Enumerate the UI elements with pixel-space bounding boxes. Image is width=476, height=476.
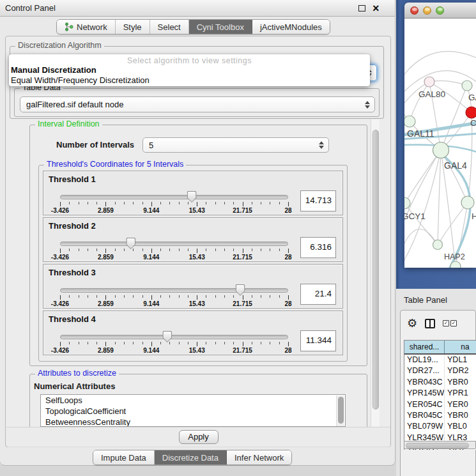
slider-handle-face — [188, 192, 196, 202]
checkbox-filter-icons[interactable]: ✓ ✓ — [443, 320, 457, 326]
tick-mark — [79, 342, 79, 344]
network-view-window: GAL80GACGAL11GAL4GCY1HHAP2 — [404, 3, 476, 268]
attribute-list-item[interactable]: BetweennessCentrality — [41, 417, 345, 427]
slider-tick-labels: -3.4262.8599.14415.4321.71528 — [60, 207, 288, 215]
table-cell: YPR1 — [445, 388, 476, 399]
threshold-value-field[interactable]: 11.344 — [300, 330, 336, 351]
tick-mark — [215, 342, 216, 344]
tab-network[interactable]: Network — [57, 20, 116, 34]
tick-label: 2.859 — [98, 207, 114, 214]
slider-ticks — [60, 295, 288, 300]
table-row[interactable]: YDR27...YDR2 — [404, 365, 476, 376]
attributes-scrollbar-thumb[interactable] — [338, 397, 344, 424]
table-cell: YDR2 — [445, 365, 476, 376]
threshold-slider-track[interactable] — [60, 242, 288, 246]
float-window-icon[interactable] — [358, 5, 365, 12]
network-canvas[interactable]: GAL80GACGAL11GAL4GCY1HHAP2 — [404, 19, 476, 268]
network-node[interactable] — [404, 116, 415, 127]
attribute-list-item[interactable]: SelfLoops — [41, 395, 345, 406]
settings-vertical-scrollbar[interactable] — [371, 119, 380, 427]
network-node[interactable] — [404, 197, 410, 209]
table-row[interactable]: YBL079WYBL0 — [404, 421, 476, 432]
threshold-value-field[interactable]: 14.713 — [300, 190, 336, 211]
threshold-slider-track[interactable] — [60, 288, 288, 293]
threshold-panel: Threshold 3-3.4262.8599.14415.4321.71528… — [43, 264, 343, 309]
minimize-traffic-light[interactable] — [423, 6, 431, 15]
tick-label: 9.144 — [143, 207, 159, 214]
network-node[interactable] — [433, 240, 443, 250]
tab-cyni-toolbox[interactable]: Cyni Toolbox — [189, 20, 252, 34]
threshold-slider-handle[interactable] — [236, 284, 245, 296]
tick-label: 15.43 — [189, 347, 205, 354]
table-row[interactable]: YPR145WYPR1 — [404, 388, 476, 399]
table-row[interactable]: YBR043CYBR0 — [404, 377, 476, 388]
network-node[interactable] — [462, 81, 472, 91]
attributes-list-scrollbar[interactable] — [336, 395, 344, 427]
tab-infer-network[interactable]: Infer Network — [227, 450, 291, 464]
table-data-combobox[interactable]: galFiltered.sif default node — [20, 96, 375, 112]
network-edge[interactable] — [438, 150, 441, 245]
table-horizontal-scrollbar[interactable] — [404, 441, 476, 449]
number-of-intervals-value: 5 — [149, 141, 153, 150]
table-row[interactable]: YER054CYER0 — [404, 399, 476, 410]
network-node[interactable] — [461, 196, 474, 209]
settings-scrollbar-thumb[interactable] — [372, 130, 379, 410]
network-node-label: H — [472, 211, 476, 221]
table-cell: YBL079W — [404, 421, 445, 432]
tick-label: 9.144 — [143, 347, 159, 354]
network-node[interactable] — [433, 142, 449, 158]
tick-mark — [188, 249, 188, 251]
zoom-traffic-light[interactable] — [436, 6, 444, 15]
tick-mark — [124, 295, 125, 298]
tick-mark — [88, 295, 88, 298]
split-columns-icon[interactable] — [425, 319, 435, 328]
threshold-slider-track[interactable] — [60, 335, 288, 339]
threshold-value-field[interactable]: 21.4 — [300, 284, 336, 305]
threshold-panel: Threshold 1-3.4262.8599.14415.4321.71528… — [43, 171, 343, 215]
threshold-panel: Threshold 4-3.4262.8599.14415.4321.71528… — [43, 311, 343, 355]
slider-handle-face — [127, 238, 135, 249]
table-cell: YBR0 — [445, 377, 476, 388]
network-window-titlebar — [404, 3, 476, 19]
threshold-slider-track[interactable] — [60, 195, 288, 199]
popup-item-manual-discretization[interactable]: Manual Discretization — [11, 65, 96, 75]
attribute-list-item[interactable]: TopologicalCoefficient — [41, 406, 345, 417]
tick-mark — [288, 249, 289, 253]
threshold-slider-handle[interactable] — [126, 238, 135, 249]
tick-mark — [215, 295, 216, 298]
table-hscrollbar-thumb[interactable] — [406, 443, 469, 449]
tick-mark — [142, 202, 143, 204]
network-node[interactable] — [450, 261, 461, 268]
tab-select[interactable]: Select — [150, 20, 189, 34]
number-of-intervals-combobox[interactable]: 5 — [142, 137, 329, 153]
network-edge[interactable] — [404, 229, 438, 252]
gear-icon[interactable]: ⚙ — [407, 318, 417, 329]
traffic-light-shine — [438, 8, 443, 11]
network-edge[interactable] — [404, 153, 440, 266]
column-header-na[interactable]: na — [445, 341, 476, 353]
network-node[interactable] — [424, 77, 434, 87]
table-row[interactable]: YBR045CYBR0 — [404, 410, 476, 421]
threshold-slider-handle[interactable] — [162, 331, 172, 342]
close-icon[interactable]: × — [372, 1, 380, 16]
tab-discretize-data[interactable]: Discretize Data — [155, 450, 227, 464]
tick-mark — [206, 295, 206, 298]
tab-impute-data[interactable]: Impute Data — [93, 450, 155, 464]
network-node[interactable] — [466, 107, 476, 118]
threshold-slider-handle[interactable] — [187, 191, 197, 203]
numerical-attributes-list[interactable]: SelfLoopsTopologicalCoefficientBetweenne… — [40, 394, 346, 427]
popup-item-equal-width-frequency[interactable]: Equal Width/Frequency Discretization — [11, 75, 150, 85]
tick-mark — [188, 342, 188, 344]
apply-button[interactable]: Apply — [179, 430, 219, 444]
tick-mark — [224, 342, 225, 344]
tick-mark — [142, 295, 143, 298]
tab-style[interactable]: Style — [116, 20, 150, 34]
slider-ticks — [60, 202, 288, 206]
tab-jactivemnodules[interactable]: jActiveMNodules — [252, 20, 330, 34]
tick-mark — [151, 295, 152, 300]
tick-label: 21.715 — [233, 347, 252, 354]
table-row[interactable]: YDL19...YDL1 — [404, 355, 476, 365]
close-traffic-light[interactable] — [410, 6, 418, 15]
column-header-shared[interactable]: shared... — [404, 341, 445, 353]
threshold-value-field[interactable]: 6.316 — [300, 237, 336, 258]
